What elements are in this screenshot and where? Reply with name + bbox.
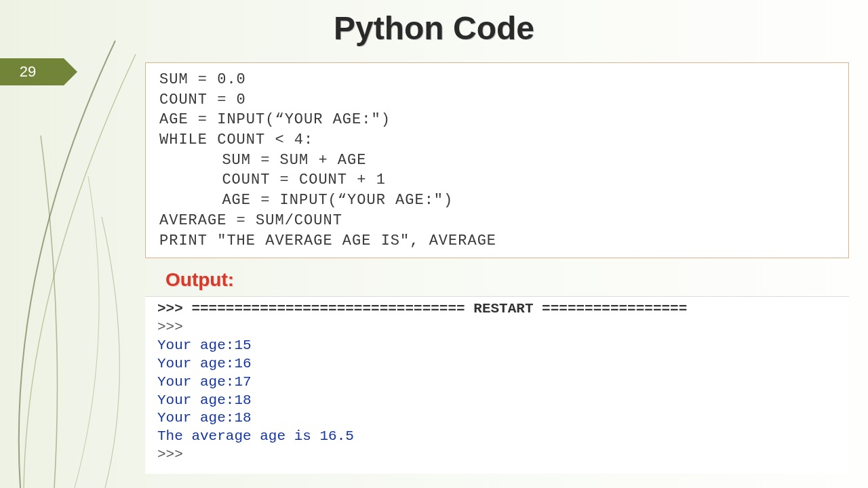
page-number-badge: 29 [0, 58, 64, 85]
code-line: WHILE COUNT < 4: [159, 130, 839, 150]
code-line: SUM = SUM + AGE [159, 150, 839, 171]
console-line: Your age:15 [157, 337, 846, 355]
console-prompt: >>> [157, 446, 846, 464]
console-line: Your age:16 [157, 355, 846, 373]
console-line: Your age:18 [157, 409, 846, 428]
code-line: COUNT = COUNT + 1 [159, 170, 839, 190]
console-line: Your age:18 [157, 392, 846, 410]
code-line: AVERAGE = SUM/COUNT [159, 211, 839, 231]
code-line: AGE = INPUT(“YOUR AGE:") [159, 110, 839, 130]
code-line: AGE = INPUT(“YOUR AGE:") [159, 190, 839, 211]
content-area: SUM = 0.0 COUNT = 0 AGE = INPUT(“YOUR AG… [145, 62, 849, 474]
code-line: PRINT "THE AVERAGE AGE IS", AVERAGE [159, 231, 839, 251]
output-label: Output: [165, 269, 849, 291]
console-restart: >>> ================================ RES… [157, 300, 846, 319]
slide-title: Python Code [0, 9, 868, 47]
code-line: COUNT = 0 [159, 90, 839, 110]
console-output: >>> ================================ RES… [145, 296, 849, 474]
console-prompt: >>> [157, 319, 846, 337]
code-line: SUM = 0.0 [159, 70, 839, 90]
code-block: SUM = 0.0 COUNT = 0 AGE = INPUT(“YOUR AG… [145, 62, 849, 258]
page-number: 29 [20, 63, 36, 81]
console-line: Your age:17 [157, 373, 846, 392]
console-result: The average age is 16.5 [157, 428, 846, 446]
